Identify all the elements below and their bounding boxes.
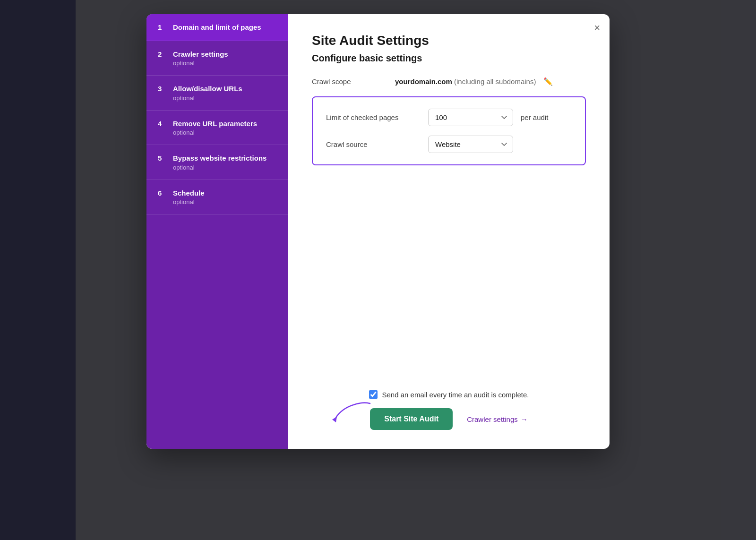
edit-icon[interactable]: ✏️ <box>543 77 553 86</box>
modal-container: × 1Domain and limit of pages2Crawler set… <box>146 14 610 449</box>
nav-title-4: Remove URL parameters <box>173 119 257 129</box>
sidebar-item-3[interactable]: 3Allow/disallow URLsoptional <box>146 76 288 111</box>
nav-subtitle-4: optional <box>173 129 257 136</box>
limit-pages-row: Limit of checked pages 100 500 1000 5000… <box>326 109 572 126</box>
crawler-settings-link[interactable]: Crawler settings → <box>467 415 528 423</box>
modal-backdrop: × 1Domain and limit of pages2Crawler set… <box>0 0 756 540</box>
modal-title: Site Audit Settings <box>312 33 586 48</box>
nav-number-2: 2 <box>158 50 166 58</box>
nav-subtitle-6: optional <box>173 198 205 206</box>
crawl-source-select[interactable]: Website Sitemap TXT file <box>428 136 513 153</box>
crawl-source-label: Crawl source <box>326 140 421 148</box>
nav-number-4: 4 <box>158 119 166 128</box>
svg-marker-0 <box>332 417 337 422</box>
sidebar-item-5[interactable]: 5Bypass website restrictionsoptional <box>146 145 288 180</box>
start-audit-button[interactable]: Start Site Audit <box>370 408 453 430</box>
crawl-scope-label: Crawl scope <box>312 77 387 86</box>
section-title: Configure basic settings <box>312 53 586 64</box>
modal-main-content: Site Audit Settings Configure basic sett… <box>288 14 610 449</box>
nav-number-1: 1 <box>158 23 166 31</box>
settings-box: Limit of checked pages 100 500 1000 5000… <box>312 96 586 165</box>
nav-subtitle-2: optional <box>173 60 228 67</box>
nav-number-6: 6 <box>158 189 166 197</box>
email-checkbox[interactable] <box>369 390 378 399</box>
nav-number-3: 3 <box>158 84 166 93</box>
crawler-settings-text: Crawler settings <box>467 415 518 423</box>
crawl-scope-value: yourdomain.com (including all subdomains… <box>395 77 536 86</box>
subdomain-text: (including all subdomains) <box>454 77 536 86</box>
crawl-scope-row: Crawl scope yourdomain.com (including al… <box>312 77 586 86</box>
sidebar-item-6[interactable]: 6Scheduleoptional <box>146 180 288 215</box>
modal-sidebar: 1Domain and limit of pages2Crawler setti… <box>146 14 288 449</box>
close-button[interactable]: × <box>594 23 600 33</box>
email-checkbox-label: Send an email every time an audit is com… <box>382 391 529 399</box>
nav-title-3: Allow/disallow URLs <box>173 84 242 94</box>
domain-value: yourdomain.com <box>395 77 452 86</box>
crawler-settings-arrow: → <box>521 415 528 423</box>
sidebar-item-4[interactable]: 4Remove URL parametersoptional <box>146 111 288 146</box>
arrow-annotation <box>332 399 375 427</box>
limit-pages-label: Limit of checked pages <box>326 113 421 121</box>
action-row: Start Site Audit Crawler settings → <box>370 408 528 430</box>
nav-title-6: Schedule <box>173 189 205 198</box>
nav-title-5: Bypass website restrictions <box>173 154 266 163</box>
crawl-source-row: Crawl source Website Sitemap TXT file <box>326 136 572 153</box>
nav-subtitle-5: optional <box>173 164 266 171</box>
nav-title-1: Domain and limit of pages <box>173 23 261 32</box>
sidebar-item-2[interactable]: 2Crawler settingsoptional <box>146 41 288 76</box>
limit-pages-select[interactable]: 100 500 1000 5000 10000 20000 50000 1000… <box>428 109 513 126</box>
nav-title-2: Crawler settings <box>173 50 228 59</box>
sidebar-item-1[interactable]: 1Domain and limit of pages <box>146 14 288 41</box>
per-audit-text: per audit <box>521 113 548 121</box>
nav-subtitle-3: optional <box>173 94 242 102</box>
nav-number-5: 5 <box>158 154 166 162</box>
email-checkbox-row: Send an email every time an audit is com… <box>369 390 529 399</box>
bottom-section: Send an email every time an audit is com… <box>312 371 586 430</box>
